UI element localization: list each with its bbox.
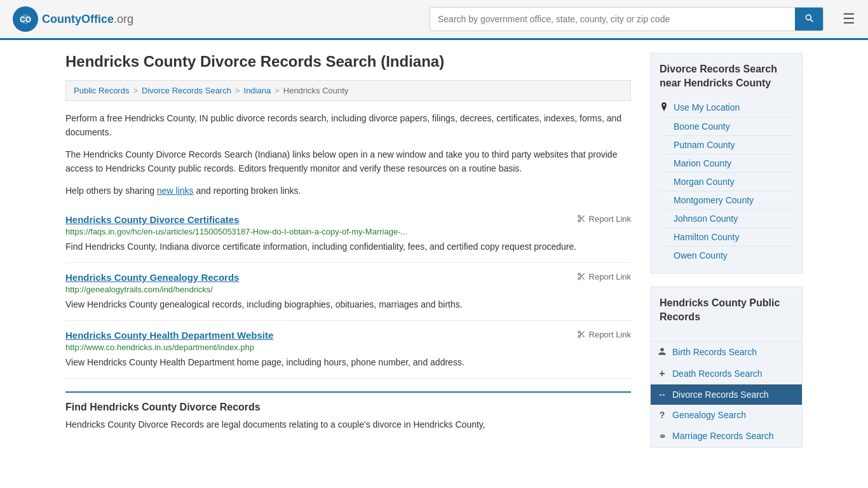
record-entry: Hendricks County Health Department Websi… xyxy=(65,321,631,379)
logo-text: CountyOffice.org xyxy=(42,13,133,26)
menu-icon[interactable]: ☰ xyxy=(843,11,855,27)
scissors-icon xyxy=(577,330,586,339)
report-label: Report Link xyxy=(589,330,631,339)
record-url: http://www.co.hendricks.in.us/department… xyxy=(65,342,631,352)
public-records-section: Hendricks County Public Records Birth Re… xyxy=(650,287,803,448)
location-pin-icon xyxy=(660,102,668,113)
record-title-link[interactable]: Hendricks County Genealogy Records xyxy=(65,272,239,283)
birth-records-link[interactable]: Birth Records Search xyxy=(672,347,757,357)
logo-icon: CO xyxy=(13,6,38,32)
public-records-title: Hendricks County Public Records xyxy=(660,296,793,325)
description-2: The Hendricks County Divorce Records Sea… xyxy=(65,147,631,176)
breadcrumb-public-records[interactable]: Public Records xyxy=(74,86,129,95)
record-url: https://faqs.in.gov/hc/en-us/articles/11… xyxy=(65,227,631,236)
nearby-county-link[interactable]: Boone County xyxy=(674,121,730,132)
genealogy-icon: ? xyxy=(657,410,667,420)
report-link-button[interactable]: Report Link xyxy=(577,330,631,339)
breadcrumb: Public Records > Divorce Records Search … xyxy=(65,80,631,101)
record-list: Hendricks County Divorce Certificates Re… xyxy=(65,205,631,379)
record-url: http://genealogytrails.com/ind/hendricks… xyxy=(65,285,631,294)
report-label: Report Link xyxy=(589,272,631,281)
nearby-county-link[interactable]: Marion County xyxy=(674,158,731,168)
record-description: View Hendricks County genealogical recor… xyxy=(65,298,631,311)
breadcrumb-divorce-records[interactable]: Divorce Records Search xyxy=(142,86,231,95)
death-records-link[interactable]: Death Records Search xyxy=(672,369,763,379)
record-description: View Hendricks County Health Department … xyxy=(65,356,631,369)
report-label: Report Link xyxy=(589,214,631,224)
nearby-county-montgomery[interactable]: Montgomery County xyxy=(660,191,793,210)
report-link-button[interactable]: Report Link xyxy=(577,272,631,281)
divorce-records-label: Divorce Records Search xyxy=(672,390,769,400)
search-icon xyxy=(804,13,814,23)
find-section-description: Hendricks County Divorce Records are leg… xyxy=(65,418,631,431)
nearby-counties-section: Divorce Records Search near Hendricks Co… xyxy=(650,53,803,274)
svg-line-16 xyxy=(582,336,584,337)
nearby-county-morgan[interactable]: Morgan County xyxy=(660,173,793,191)
search-button[interactable] xyxy=(795,8,823,30)
pr-death-records[interactable]: + Death Records Search xyxy=(651,363,802,384)
nearby-county-johnson[interactable]: Johnson County xyxy=(660,210,793,228)
record-entry: Hendricks County Divorce Certificates Re… xyxy=(65,205,631,263)
scissors-icon xyxy=(577,214,586,223)
use-location-link[interactable]: Use My Location xyxy=(674,102,740,112)
record-description: Find Hendricks County, Indiana divorce c… xyxy=(65,240,631,254)
svg-point-8 xyxy=(578,273,580,276)
description-1: Perform a free Hendricks County, IN publ… xyxy=(65,111,631,140)
svg-line-12 xyxy=(580,275,581,276)
nearby-county-boone[interactable]: Boone County xyxy=(660,118,793,136)
breadcrumb-current: Hendricks County xyxy=(283,86,349,95)
pr-marriage-records[interactable]: ⚭ Marriage Records Search xyxy=(651,425,802,447)
record-entry: Hendricks County Genealogy Records Repor… xyxy=(65,263,631,321)
pr-genealogy[interactable]: ? Genealogy Search xyxy=(651,405,802,425)
svg-point-4 xyxy=(578,220,580,222)
nearby-county-hamilton[interactable]: Hamilton County xyxy=(660,228,793,247)
person-icon xyxy=(657,347,667,358)
find-section: Find Hendricks County Divorce Records He… xyxy=(65,391,631,431)
logo[interactable]: CO CountyOffice.org xyxy=(13,6,133,32)
search-input[interactable] xyxy=(430,8,795,30)
divorce-icon: ↔ xyxy=(657,390,667,400)
breadcrumb-indiana[interactable]: Indiana xyxy=(244,86,271,95)
nearby-county-link[interactable]: Johnson County xyxy=(674,214,738,224)
nearby-county-link[interactable]: Owen County xyxy=(674,250,728,261)
svg-text:CO: CO xyxy=(20,15,31,24)
report-link-button[interactable]: Report Link xyxy=(577,214,631,224)
description-3: Help others by sharing new links and rep… xyxy=(65,184,631,198)
sidebar: Divorce Records Search near Hendricks Co… xyxy=(650,53,803,461)
search-bar xyxy=(430,7,824,31)
find-section-heading: Find Hendricks County Divorce Records xyxy=(65,391,631,413)
nearby-county-link[interactable]: Morgan County xyxy=(674,177,735,187)
main-content: Hendricks County Divorce Records Search … xyxy=(65,53,631,461)
nearby-county-putnam[interactable]: Putnam County xyxy=(660,136,793,154)
svg-line-7 xyxy=(580,217,581,219)
use-location-item[interactable]: Use My Location xyxy=(660,98,793,118)
nearby-county-link[interactable]: Montgomery County xyxy=(674,195,754,205)
nearby-county-marion[interactable]: Marion County xyxy=(660,154,793,173)
scissors-icon xyxy=(577,272,586,281)
svg-point-13 xyxy=(578,331,580,334)
svg-line-11 xyxy=(582,278,584,280)
page-title: Hendricks County Divorce Records Search … xyxy=(65,53,631,71)
svg-line-17 xyxy=(580,333,581,334)
pr-divorce-records[interactable]: ↔ Divorce Records Search xyxy=(651,384,802,405)
pr-birth-records[interactable]: Birth Records Search xyxy=(651,342,802,363)
svg-point-14 xyxy=(578,336,580,338)
marriage-icon: ⚭ xyxy=(657,430,667,442)
nearby-county-owen[interactable]: Owen County xyxy=(660,247,793,264)
genealogy-link[interactable]: Genealogy Search xyxy=(672,410,746,420)
marriage-records-link[interactable]: Marriage Records Search xyxy=(672,431,774,441)
svg-point-9 xyxy=(578,278,580,280)
nearby-section-title: Divorce Records Search near Hendricks Co… xyxy=(660,62,793,91)
new-links-link[interactable]: new links xyxy=(157,186,194,196)
svg-line-6 xyxy=(582,220,584,222)
cross-icon: + xyxy=(657,368,667,379)
svg-point-3 xyxy=(578,215,580,218)
nearby-county-link[interactable]: Hamilton County xyxy=(674,232,740,242)
record-title-link[interactable]: Hendricks County Health Department Websi… xyxy=(65,330,273,341)
nearby-county-link[interactable]: Putnam County xyxy=(674,140,735,150)
record-title-link[interactable]: Hendricks County Divorce Certificates xyxy=(65,214,239,225)
